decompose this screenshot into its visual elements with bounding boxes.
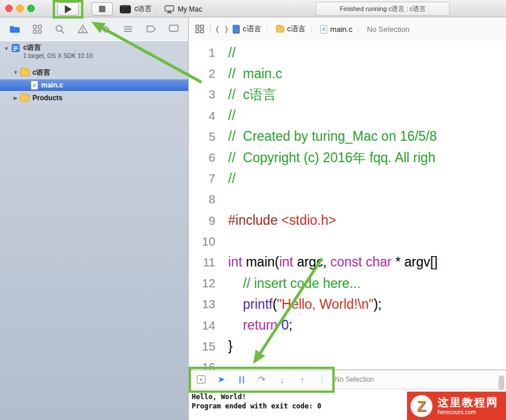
project-name: c语言 <box>23 43 93 52</box>
code-text: // Copyright (c) 2016年 fqq. All righ <box>220 149 435 167</box>
line-number: 11 <box>189 255 220 269</box>
line-number: 8 <box>189 192 220 206</box>
project-icon <box>11 43 20 53</box>
code-text: #include <stdio.h> <box>220 213 336 228</box>
scrollbar-thumb[interactable] <box>498 375 504 390</box>
project-navigator-icon[interactable] <box>8 23 21 35</box>
watermark-url: herecours.com <box>438 409 498 416</box>
step-out-icon[interactable]: ↑ <box>297 374 307 385</box>
activity-status-text: Finished running c语言 : c语言 <box>340 5 426 12</box>
tree-row-group[interactable]: ▼ c语言 <box>0 67 188 78</box>
group-name: c语言 <box>32 68 50 78</box>
code-text: // <box>220 171 236 187</box>
tree-row-project[interactable]: ▼ c语言 1 target, OS X SDK 10.10 <box>0 43 188 64</box>
code-line[interactable]: 10 <box>189 231 506 252</box>
code-text: // <box>220 45 236 61</box>
breadcrumb-project[interactable]: c语言 <box>233 24 262 34</box>
line-number: 6 <box>189 151 220 165</box>
code-line[interactable]: 5// Created by turing_Mac on 16/5/8 <box>189 126 506 147</box>
search-navigator-icon[interactable] <box>54 23 67 35</box>
symbol-navigator-icon[interactable] <box>31 23 43 35</box>
close-window-button[interactable] <box>5 5 13 12</box>
pause-icon[interactable] <box>236 374 247 385</box>
report-navigator-icon[interactable] <box>167 23 180 35</box>
scheme-name: c语言 <box>134 4 152 14</box>
line-number: 16 <box>189 360 220 370</box>
navigator-and-jumpbar-row: 〈 〉 c语言 〉 c语言 〉 c main.c 〉 No Selection <box>0 17 506 41</box>
code-line[interactable]: 2// main.c <box>189 63 506 84</box>
code-line[interactable]: 1// <box>189 42 506 63</box>
stop-icon <box>99 6 105 12</box>
line-number: 14 <box>189 319 220 333</box>
code-text: } <box>220 338 233 354</box>
breadcrumb-file[interactable]: c main.c <box>320 25 352 34</box>
source-editor[interactable]: 1//2// main.c3// c语言4//5// Created by tu… <box>189 41 506 370</box>
test-navigator-icon[interactable] <box>99 23 112 35</box>
chevron-right-icon: 〉 <box>155 5 161 13</box>
code-line[interactable]: 7// <box>189 168 506 189</box>
disclosure-triangle-icon[interactable]: ▼ <box>3 46 9 52</box>
code-line[interactable]: 14 return 0; <box>189 315 506 335</box>
code-text: // insert code here... <box>220 276 361 291</box>
line-number: 4 <box>189 109 220 123</box>
code-line[interactable]: 15} <box>189 336 506 357</box>
forward-chevron-icon[interactable]: 〉 <box>224 24 229 34</box>
breadcrumb-separator: 〉 <box>310 25 316 34</box>
my-mac-icon <box>164 5 174 13</box>
debug-navigator-icon[interactable] <box>122 23 134 35</box>
sidebar-divider[interactable] <box>188 17 189 420</box>
window-toolbar: c语言 〉 My Mac Finished running c语言 : c语言 <box>0 0 506 17</box>
folder-icon <box>20 69 30 76</box>
code-line[interactable]: 11int main(int argc, const char * argv[] <box>189 252 506 273</box>
breadcrumb-separator: 〉 <box>266 25 272 34</box>
back-chevron-icon[interactable]: 〈 <box>215 24 220 34</box>
xcode-window: c语言 〉 My Mac Finished running c语言 : c语言 <box>0 0 506 420</box>
debug-no-selection: No Selection <box>335 375 374 384</box>
folder-icon <box>20 94 30 101</box>
code-line[interactable]: 12 // insert code here... <box>189 273 506 294</box>
debug-bar: ▼ ➤ ↷ ↓ ↑ No Selection <box>189 370 506 389</box>
disclosure-triangle-icon[interactable]: ▶ <box>13 95 19 101</box>
watermark-logo-icon: Z <box>410 395 432 417</box>
code-line[interactable]: 9#include <stdio.h> <box>189 210 506 231</box>
code-line[interactable]: 4// <box>189 105 506 126</box>
line-number: 9 <box>189 214 220 228</box>
breadcrumb-group[interactable]: c语言 <box>276 24 306 34</box>
issue-navigator-icon[interactable] <box>76 23 89 35</box>
line-number: 1 <box>189 46 220 60</box>
code-line[interactable]: 6// Copyright (c) 2016年 fqq. All righ <box>189 147 506 168</box>
code-text: printf("Hello, World!\n"); <box>220 297 382 312</box>
step-into-icon[interactable]: ↓ <box>277 374 287 385</box>
related-items-icon[interactable] <box>193 23 206 35</box>
project-detail: 1 target, OS X SDK 10.10 <box>23 52 93 60</box>
breakpoints-icon[interactable]: ➤ <box>216 374 226 385</box>
file-name: main.c <box>41 81 63 89</box>
line-number: 10 <box>189 235 220 249</box>
zoom-window-button[interactable] <box>27 5 35 12</box>
minimize-window-button[interactable] <box>16 5 24 12</box>
scheme-selector[interactable]: c语言 〉 My Mac <box>120 3 202 15</box>
tree-row-products[interactable]: ▶ Products <box>0 92 188 104</box>
code-line[interactable]: 16 <box>189 357 506 370</box>
line-number: 7 <box>189 171 220 185</box>
code-text: // c语言 <box>220 86 276 104</box>
stop-button[interactable] <box>91 2 113 16</box>
c-file-icon: c <box>320 25 327 34</box>
code-line[interactable]: 13 printf("Hello, World!\n"); <box>189 294 506 315</box>
breadcrumb-separator: 〉 <box>357 25 363 34</box>
breakpoint-navigator-icon[interactable] <box>145 23 157 35</box>
line-number: 13 <box>189 297 220 311</box>
line-number: 3 <box>189 87 220 101</box>
tree-row-main-c[interactable]: c main.c <box>0 79 188 91</box>
destination-name: My Mac <box>178 5 202 13</box>
code-line[interactable]: 8 <box>189 189 506 210</box>
navigator-selector-bar <box>0 17 188 41</box>
console-toggle-icon[interactable]: ▼ <box>196 374 206 385</box>
breadcrumb-selection[interactable]: No Selection <box>367 25 410 34</box>
run-button[interactable] <box>57 2 79 16</box>
jump-bar: 〈 〉 c语言 〉 c语言 〉 c main.c 〉 No Selection <box>189 17 506 41</box>
code-text: // Created by turing_Mac on 16/5/8 <box>220 129 437 144</box>
step-over-icon[interactable]: ↷ <box>256 374 267 385</box>
code-line[interactable]: 3// c语言 <box>189 84 506 105</box>
disclosure-triangle-icon[interactable]: ▼ <box>13 70 19 75</box>
